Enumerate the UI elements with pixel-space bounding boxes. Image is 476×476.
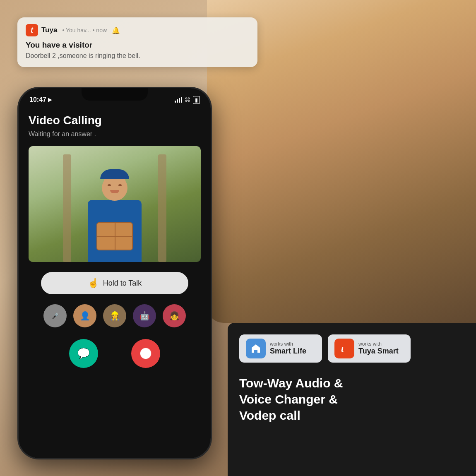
screen-title: Video Calling <box>29 114 201 127</box>
notification-title: You have a visitor <box>26 41 249 50</box>
tuya-smart-badge: t works with Tuya Smart <box>328 334 411 363</box>
status-time: 10:47 ▶ <box>29 96 52 103</box>
phone-mockup: 10:47 ▶ ⌘ ▮ Video Calling Waiti <box>17 87 212 459</box>
location-icon: ▶ <box>48 97 52 103</box>
avatar-row: 🎤 👤 👷 🤖 👧 <box>37 304 192 327</box>
bottom-right-panel: works with Smart Life t works with Tuya … <box>228 323 476 476</box>
decline-icon: 📵 <box>139 348 152 359</box>
tuya-smart-icon: t <box>334 339 354 358</box>
notification-body: Doorbell 2 ,someone is ringing the bell. <box>26 52 249 60</box>
feature-line-2: Voice Changer & <box>239 391 464 407</box>
avatar-4[interactable]: 🤖 <box>133 304 156 327</box>
camera-preview <box>29 146 201 262</box>
svg-rect-1 <box>254 350 257 353</box>
hold-to-talk-button[interactable]: ☝️ Hold to Talk <box>41 272 188 294</box>
signal-bars-icon <box>175 97 182 103</box>
wifi-icon: ⌘ <box>185 96 190 103</box>
video-calling-section: Video Calling Waiting for an answer . <box>19 106 211 380</box>
call-actions: 💬 📵 <box>29 339 201 380</box>
phone-frame: 10:47 ▶ ⌘ ▮ Video Calling Waiti <box>17 87 212 459</box>
hold-talk-label: Hold to Talk <box>103 279 142 288</box>
package <box>96 222 133 250</box>
smart-life-icon <box>246 339 266 358</box>
svg-rect-2 <box>338 342 351 355</box>
tuya-smart-badge-text: works with Tuya Smart <box>358 341 399 356</box>
feature-line-1: Tow-Way Audio & <box>239 375 464 391</box>
accept-call-button[interactable]: 💬 <box>69 339 98 368</box>
avatar-3[interactable]: 👷 <box>103 304 126 327</box>
badges-row: works with Smart Life t works with Tuya … <box>228 323 476 371</box>
avatar-2[interactable]: 👤 <box>73 304 96 327</box>
feature-title: Tow-Way Audio & Voice Changer & Vodep ca… <box>228 371 476 432</box>
svg-text:t: t <box>341 344 344 354</box>
tuya-app-icon: t <box>26 24 38 36</box>
phone-notch <box>82 88 148 101</box>
person-body <box>88 200 142 262</box>
decline-call-button[interactable]: 📵 <box>131 339 160 368</box>
notification-app-name: Tuya <box>41 26 57 34</box>
phone-screen: 10:47 ▶ ⌘ ▮ Video Calling Waiti <box>19 88 211 458</box>
smart-life-badge-text: works with Smart Life <box>270 341 306 356</box>
accept-icon: 💬 <box>77 348 90 359</box>
smart-life-badge: works with Smart Life <box>239 334 322 363</box>
feature-line-3: Vodep call <box>239 407 464 423</box>
avatar-5[interactable]: 👧 <box>163 304 186 327</box>
waiting-text: Waiting for an answer . <box>29 130 201 138</box>
mic-hold-icon: ☝️ <box>88 278 99 288</box>
bell-icon: 🔔 <box>112 26 120 34</box>
person-head <box>102 175 127 201</box>
notification-meta: • You hav... • now <box>62 27 107 34</box>
battery-icon: ▮ <box>193 96 200 104</box>
avatar-1[interactable]: 🎤 <box>43 304 67 327</box>
notification-popup: t Tuya • You hav... • now 🔔 You have a v… <box>17 17 257 67</box>
status-icons: ⌘ ▮ <box>175 96 200 104</box>
